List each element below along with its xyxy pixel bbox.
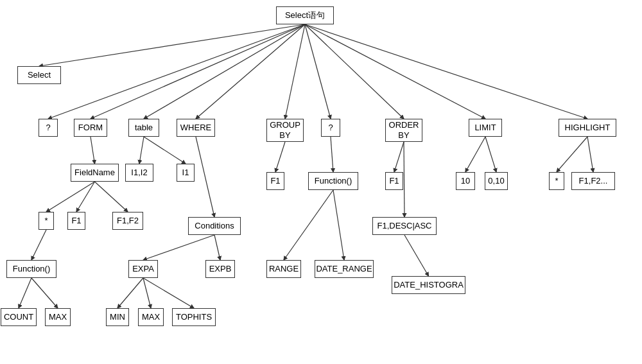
node-min: MIN [106,308,129,326]
svg-line-21 [587,137,593,172]
node-n10: 10 [456,172,475,190]
svg-line-5 [285,24,305,119]
node-groupby: GROUPBY [266,119,304,142]
node-expa: EXPA [128,260,158,278]
svg-line-6 [305,24,331,119]
svg-line-10 [91,137,95,164]
svg-line-28 [333,190,344,260]
svg-line-2 [91,24,305,119]
node-orderby: ORDERBY [385,119,422,142]
node-q2: ? [321,119,340,137]
node-f1_gb: F1 [266,172,284,190]
svg-line-19 [485,137,496,172]
node-q1: ? [39,119,58,137]
node-max2: MAX [138,308,164,326]
node-function_main: Function() [6,260,56,278]
node-expb: EXPB [205,260,235,278]
svg-line-11 [139,137,144,164]
svg-line-23 [76,182,95,212]
node-f1f2: F1,F2 [112,212,143,230]
svg-line-8 [305,24,485,119]
svg-line-32 [31,278,58,308]
svg-line-7 [305,24,404,119]
svg-line-26 [214,235,220,260]
node-f1: F1 [67,212,85,230]
svg-line-18 [465,137,485,172]
node-conditions: Conditions [188,217,241,235]
node-max1: MAX [45,308,71,326]
node-select: Select [17,66,61,84]
node-fieldname: FieldName [71,164,119,182]
svg-line-17 [404,142,404,217]
svg-line-34 [143,278,151,308]
svg-line-25 [143,235,214,260]
node-count: COUNT [1,308,37,326]
node-form: FORM [74,119,107,137]
node-range: RANGE [266,260,301,278]
node-star: * [39,212,54,230]
node-highlight: HIGHLIGHT [559,119,616,137]
node-star_hl: * [549,172,564,190]
svg-line-0 [39,24,305,66]
node-where: WHERE [177,119,215,137]
node-date_histogra: DATE_HISTOGRA [392,276,465,294]
node-limit: LIMIT [469,119,502,137]
node-function_q2: Function() [308,172,358,190]
diagram: Select语句Select?FORMtableWHEREGROUPBY?ORD… [0,0,642,364]
svg-line-13 [196,137,214,217]
svg-line-1 [48,24,305,119]
svg-line-15 [331,137,333,172]
node-f1f2_hl: F1,F2... [571,172,615,190]
svg-line-20 [557,137,587,172]
node-tophits: TOPHITS [172,308,216,326]
node-f1descasc: F1,DESC|ASC [372,217,437,235]
node-date_range: DATE_RANGE [315,260,374,278]
svg-line-12 [144,137,186,164]
svg-line-27 [284,190,333,260]
svg-line-14 [275,142,285,172]
svg-line-3 [144,24,305,119]
node-i1: I1 [177,164,195,182]
svg-line-29 [404,235,429,276]
svg-line-33 [117,278,143,308]
svg-line-4 [196,24,305,119]
svg-line-35 [143,278,194,308]
svg-line-9 [305,24,587,119]
node-table: table [128,119,159,137]
svg-line-22 [46,182,95,212]
node-root: Select语句 [276,6,334,24]
node-i1i2: I1,I2 [125,164,153,182]
node-f1_ob: F1 [385,172,403,190]
node-n010: 0,10 [485,172,508,190]
svg-line-30 [31,230,46,260]
svg-line-16 [394,142,404,172]
svg-line-24 [95,182,128,212]
svg-line-31 [19,278,31,308]
